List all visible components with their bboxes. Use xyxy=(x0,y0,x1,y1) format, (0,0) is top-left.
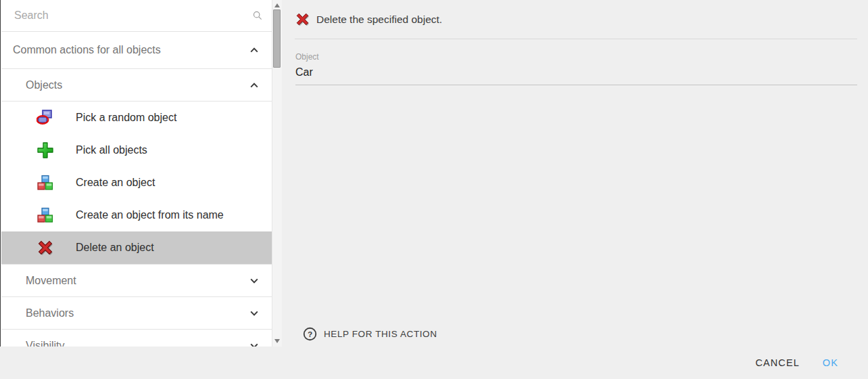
category-common-actions[interactable]: Common actions for all objects xyxy=(1,32,272,69)
delete-object-icon xyxy=(295,12,310,26)
group-objects[interactable]: Objects xyxy=(1,69,272,102)
group-label: Movement xyxy=(26,275,249,287)
svg-text:?: ? xyxy=(308,329,312,338)
header-divider xyxy=(295,39,857,39)
help-for-action-button[interactable]: ? HELP FOR THIS ACTION xyxy=(303,326,437,341)
search-icon xyxy=(252,10,263,21)
action-item-pick-all-objects[interactable]: Pick all objects xyxy=(1,134,272,166)
category-label: Common actions for all objects xyxy=(13,44,249,56)
action-item-label: Create an object from its name xyxy=(76,209,272,221)
dialog-footer: CANCEL OK xyxy=(0,347,868,379)
action-item-label: Create an object xyxy=(76,177,272,189)
help-label: HELP FOR THIS ACTION xyxy=(324,329,437,339)
scrollbar-thumb[interactable] xyxy=(273,9,281,68)
object-field-input[interactable] xyxy=(295,64,857,85)
action-header: Delete the specified object. xyxy=(282,0,868,39)
objects-actions-list: Pick a random object xyxy=(1,102,272,265)
actions-sidebar: Common actions for all objects Objects xyxy=(0,0,282,347)
search-bar xyxy=(1,0,272,32)
actions-list: Common actions for all objects Objects xyxy=(1,0,272,347)
chevron-up-icon xyxy=(249,80,260,91)
action-item-delete-object[interactable]: Delete an object xyxy=(1,231,272,264)
cancel-button[interactable]: CANCEL xyxy=(746,351,809,374)
object-field-block: Object xyxy=(295,52,857,85)
pick-all-objects-icon xyxy=(37,141,54,159)
object-field-label: Object xyxy=(295,52,857,62)
group-label: Objects xyxy=(26,79,249,91)
pick-random-object-icon xyxy=(37,109,54,127)
search-input[interactable] xyxy=(13,9,252,22)
group-label: Behaviors xyxy=(26,307,249,319)
ok-button[interactable]: OK xyxy=(813,351,848,374)
create-object-icon xyxy=(37,174,54,192)
chevron-down-icon xyxy=(249,308,260,319)
scrollbar-up-arrow-icon[interactable] xyxy=(274,3,280,7)
action-item-create-object-from-name[interactable]: Create an object from its name xyxy=(1,199,272,231)
chevron-down-icon xyxy=(249,340,260,347)
group-visibility[interactable]: Visibility xyxy=(1,330,272,347)
action-config-panel: Delete the specified object. Object ? HE… xyxy=(282,0,868,347)
action-item-create-object[interactable]: Create an object xyxy=(1,166,272,199)
create-object-icon xyxy=(37,206,54,224)
action-description: Delete the specified object. xyxy=(316,14,442,26)
action-item-label: Delete an object xyxy=(76,242,272,254)
action-item-label: Pick a random object xyxy=(76,112,272,124)
action-item-pick-random-object[interactable]: Pick a random object xyxy=(1,102,272,134)
delete-object-icon xyxy=(37,239,54,257)
action-item-label: Pick all objects xyxy=(76,144,272,156)
group-label: Visibility xyxy=(26,340,249,347)
scrollbar-down-arrow-icon[interactable] xyxy=(274,339,280,343)
help-icon: ? xyxy=(303,327,317,341)
group-behaviors[interactable]: Behaviors xyxy=(1,297,272,330)
sidebar-scrollbar[interactable] xyxy=(272,0,282,347)
chevron-down-icon xyxy=(249,275,260,286)
group-movement[interactable]: Movement xyxy=(1,265,272,297)
chevron-up-icon xyxy=(249,45,260,55)
